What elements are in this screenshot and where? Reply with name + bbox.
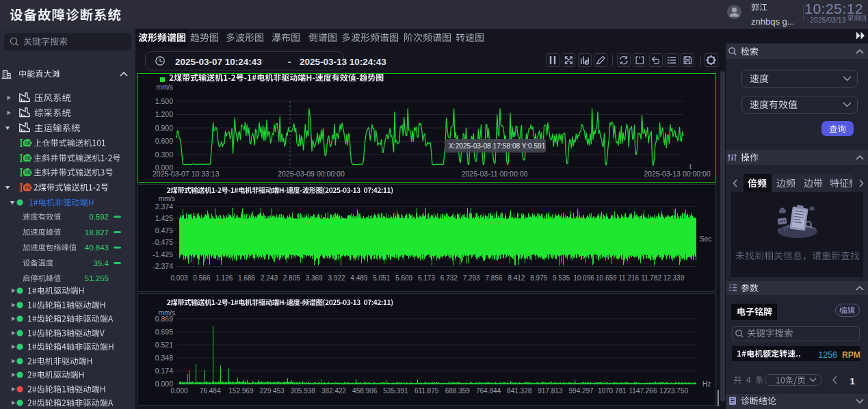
svg-text:2025-03-07 10:33:13: 2025-03-07 10:33:13 xyxy=(153,170,220,178)
svg-text:mm/s: mm/s xyxy=(159,195,175,202)
svg-text:7.856: 7.856 xyxy=(486,274,503,282)
svg-text:11.782: 11.782 xyxy=(641,274,661,282)
svg-text:1.200: 1.200 xyxy=(155,110,173,118)
svg-text:-2.374: -2.374 xyxy=(153,262,173,270)
svg-text:0.000: 0.000 xyxy=(155,380,173,388)
svg-text:0.521: 0.521 xyxy=(155,341,173,349)
svg-text:7.293: 7.293 xyxy=(463,274,480,282)
svg-text:0.300: 0.300 xyxy=(155,150,173,159)
svg-text:Sec: Sec xyxy=(700,235,711,243)
svg-text:1.500: 1.500 xyxy=(155,97,173,105)
svg-text:4.489: 4.489 xyxy=(350,274,367,282)
svg-text:1.425: 1.425 xyxy=(155,214,173,222)
svg-text:3.369: 3.369 xyxy=(306,274,323,282)
svg-text:9.535: 9.535 xyxy=(553,274,570,282)
svg-text:0.003: 0.003 xyxy=(170,274,187,282)
svg-text:51.255: 51.255 xyxy=(85,274,109,282)
svg-text:-0.475: -0.475 xyxy=(153,238,173,246)
svg-text:152.969: 152.969 xyxy=(228,387,254,395)
svg-text:1070.781: 1070.781 xyxy=(598,387,627,395)
svg-text:1.686: 1.686 xyxy=(238,274,255,282)
svg-text:12.339: 12.339 xyxy=(663,274,685,282)
svg-text:6.732: 6.732 xyxy=(440,274,458,282)
svg-text:917.813: 917.813 xyxy=(538,387,563,395)
svg-text:10.096: 10.096 xyxy=(573,274,594,282)
svg-text:0.600: 0.600 xyxy=(155,137,173,145)
svg-text:2.243: 2.243 xyxy=(261,274,278,282)
svg-text:2025-03-09 00:00:00: 2025-03-09 00:00:00 xyxy=(278,170,345,178)
svg-text:305.938: 305.938 xyxy=(291,387,316,395)
svg-text:5.051: 5.051 xyxy=(373,274,390,282)
svg-text:3.922: 3.922 xyxy=(328,274,345,282)
svg-text:10.659: 10.659 xyxy=(596,274,617,282)
svg-text:6.173: 6.173 xyxy=(418,274,435,282)
svg-text:0.592: 0.592 xyxy=(89,213,109,221)
svg-text:2.374: 2.374 xyxy=(155,202,173,211)
svg-text:0.348: 0.348 xyxy=(155,354,173,362)
svg-text:0.475: 0.475 xyxy=(155,226,173,235)
svg-text:X:2025-03-08 17:58:08 Y:0.591: X:2025-03-08 17:58:08 Y:0.591 xyxy=(449,142,546,150)
svg-text:40.843: 40.843 xyxy=(85,243,109,252)
svg-text:841.328: 841.328 xyxy=(507,387,532,395)
svg-text:382.422: 382.422 xyxy=(321,387,347,395)
svg-text:35.4: 35.4 xyxy=(94,259,109,267)
svg-text:0.695: 0.695 xyxy=(155,328,173,336)
svg-text:611.875: 611.875 xyxy=(415,387,439,395)
svg-text:1147.266: 1147.266 xyxy=(629,387,657,395)
svg-text:1.126: 1.126 xyxy=(215,274,233,282)
svg-text:458.906: 458.906 xyxy=(352,387,378,395)
svg-text:0.000: 0.000 xyxy=(170,387,187,395)
svg-text:994.297: 994.297 xyxy=(569,387,594,395)
svg-text:2.805: 2.805 xyxy=(283,274,300,282)
svg-text:5.609: 5.609 xyxy=(395,274,412,282)
svg-text:11.216: 11.216 xyxy=(618,274,639,282)
svg-text:mm/s: mm/s xyxy=(157,83,173,91)
svg-text:764.844: 764.844 xyxy=(476,387,501,395)
svg-text:688.359: 688.359 xyxy=(445,387,471,395)
svg-text:t: t xyxy=(689,163,692,170)
svg-text:76.484: 76.484 xyxy=(200,387,221,395)
svg-text:0.566: 0.566 xyxy=(193,274,210,282)
svg-text:2025-03-11 00:00:00: 2025-03-11 00:00:00 xyxy=(462,170,528,178)
svg-text:2025-03-13 00:00:00: 2025-03-13 00:00:00 xyxy=(644,170,711,178)
svg-text:1223.750: 1223.750 xyxy=(659,387,688,395)
svg-text:8.975: 8.975 xyxy=(530,274,547,282)
svg-text:18.827: 18.827 xyxy=(85,228,109,237)
svg-text:0.900: 0.900 xyxy=(155,124,173,132)
svg-text:8.412: 8.412 xyxy=(508,274,525,282)
svg-text:0.174: 0.174 xyxy=(155,367,173,375)
svg-text:535.391: 535.391 xyxy=(383,387,408,395)
svg-text:229.453: 229.453 xyxy=(260,387,285,395)
svg-text:mm/s: mm/s xyxy=(159,309,175,317)
svg-text:Hz: Hz xyxy=(702,380,711,388)
svg-text:-1.425: -1.425 xyxy=(153,250,173,259)
